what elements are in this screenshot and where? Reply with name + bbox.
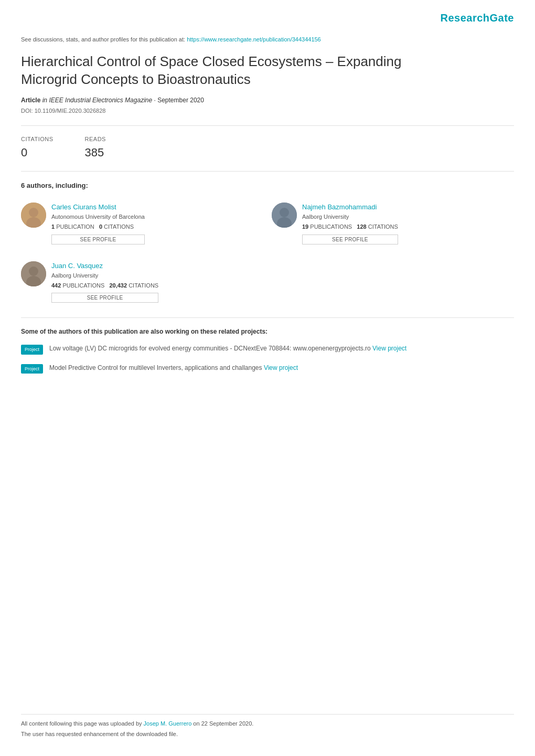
see-discussions-text: See discussions, stats, and author profi…: [21, 36, 185, 42]
publication-link[interactable]: https://www.researchgate.net/publication…: [187, 36, 321, 42]
author-card-3: Juan C. Vasquez Aalborg University 442 P…: [21, 257, 263, 307]
avatar-2: [272, 203, 297, 228]
avatar-2-svg: [272, 203, 297, 228]
doi-text: DOI: 10.1109/MIE.2020.3026828: [21, 107, 514, 115]
author-1-info: Carles Ciurans Molist Autonomous Univers…: [51, 203, 145, 244]
svg-point-7: [29, 267, 38, 276]
project-item-2: Project Model Predictive Control for mul…: [21, 363, 514, 374]
project-text-2: Model Predictive Control for multilevel …: [49, 363, 298, 372]
author-2-stats: 19 PUBLICATIONS 128 CITATIONS: [302, 223, 398, 231]
reads-value: 385: [85, 145, 106, 161]
author-1-stats: 1 PUBLICATION 0 CITATIONS: [51, 223, 145, 231]
article-date: September 2020: [157, 97, 204, 104]
logo-container: ResearchGate: [21, 10, 514, 25]
article-journal: IEEE Industrial Electronics Magazine: [49, 97, 152, 104]
footer: All content following this page was uplo…: [21, 714, 514, 740]
footer-note: The user has requested enhancement of th…: [21, 730, 514, 738]
author-card-2: Najmeh Bazmohammadi Aalborg University 1…: [272, 198, 514, 249]
divider-2: [21, 171, 514, 172]
divider-1: [21, 125, 514, 126]
author-1-see-profile[interactable]: SEE PROFILE: [51, 235, 145, 244]
avatar-3: [21, 261, 46, 286]
author-3-stats: 442 PUBLICATIONS 20,432 CITATIONS: [51, 282, 158, 290]
project-badge-1: Project: [21, 345, 43, 355]
svg-point-1: [29, 208, 38, 217]
avatar-1-svg: [21, 203, 46, 228]
avatar-1: [21, 203, 46, 228]
article-meta: Article in IEEE Industrial Electronics M…: [21, 96, 514, 105]
project-link-1[interactable]: View project: [372, 345, 406, 352]
author-2-affiliation: Aalborg University: [302, 213, 398, 221]
related-projects-label: Some of the authors of this publication …: [21, 327, 514, 336]
svg-point-4: [280, 208, 289, 217]
footer-upload-text: All content following this page was uplo…: [21, 720, 514, 728]
project-item-1: Project Low voltage (LV) DC microgrids f…: [21, 344, 514, 355]
stats-row: CITATIONS 0 READS 385: [21, 135, 514, 161]
article-type: Article: [21, 97, 40, 104]
page-container: ResearchGate See discussions, stats, and…: [0, 0, 535, 756]
author-1-affiliation: Autonomous University of Barcelona: [51, 213, 145, 221]
avatar-3-svg: [21, 261, 46, 286]
researchgate-logo: ResearchGate: [440, 12, 514, 24]
project-badge-2: Project: [21, 364, 43, 374]
author-3-name[interactable]: Juan C. Vasquez: [51, 261, 158, 271]
article-preposition: in: [42, 97, 47, 104]
divider-3: [21, 317, 514, 318]
authors-label: 6 authors, including:: [21, 181, 514, 190]
see-discussions-bar: See discussions, stats, and author profi…: [21, 36, 514, 44]
footer-uploader-link[interactable]: Josep M. Guerrero: [144, 720, 192, 727]
citations-label: CITATIONS: [21, 135, 54, 143]
reads-label: READS: [85, 135, 106, 143]
citations-block: CITATIONS 0: [21, 135, 54, 161]
author-3-affiliation: Aalborg University: [51, 272, 158, 280]
reads-block: READS 385: [85, 135, 106, 161]
project-link-2[interactable]: View project: [264, 364, 298, 371]
author-card-1: Carles Ciurans Molist Autonomous Univers…: [21, 198, 263, 249]
author-2-info: Najmeh Bazmohammadi Aalborg University 1…: [302, 203, 398, 244]
author-3-see-profile[interactable]: SEE PROFILE: [51, 293, 158, 303]
authors-grid: Carles Ciurans Molist Autonomous Univers…: [21, 198, 514, 307]
author-3-info: Juan C. Vasquez Aalborg University 442 P…: [51, 261, 158, 303]
author-2-see-profile[interactable]: SEE PROFILE: [302, 235, 398, 244]
project-text-1: Low voltage (LV) DC microgrids for evolv…: [49, 344, 406, 353]
citations-value: 0: [21, 145, 54, 161]
author-2-name[interactable]: Najmeh Bazmohammadi: [302, 203, 398, 212]
paper-title: Hierarchical Control of Space Closed Eco…: [21, 53, 451, 89]
author-1-name[interactable]: Carles Ciurans Molist: [51, 203, 145, 212]
